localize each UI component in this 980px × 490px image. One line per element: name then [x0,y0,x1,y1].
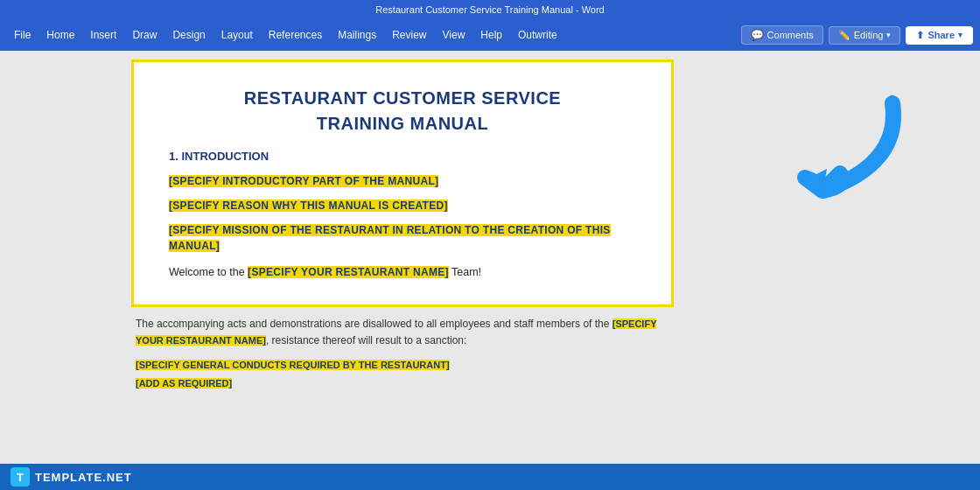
doc-title-line2: TRAINING MANUAL [169,114,636,134]
menu-help[interactable]: Help [473,25,509,45]
below-text-suffix: , resistance thereof will result to a sa… [266,334,466,346]
blue-arrow-icon [796,94,910,208]
below-paragraph: The accompanying acts and demonstrations… [136,316,669,349]
placeholder2-text: [SPECIFY REASON WHY THIS MANUAL IS CREAT… [169,200,448,212]
doc-title-line1: RESTAURANT CUSTOMER SERVICE [169,88,636,108]
placeholder3-text: [SPECIFY MISSION OF THE RESTAURANT IN RE… [169,224,611,252]
menu-home[interactable]: Home [39,25,81,45]
share-button[interactable]: ⬆ Share ▾ [906,26,973,45]
right-panel [805,51,980,490]
menu-layout[interactable]: Layout [214,25,260,45]
document-area: RESTAURANT CUSTOMER SERVICE TRAINING MAN… [0,51,805,490]
menu-mailings[interactable]: Mailings [331,25,383,45]
menu-bar: File Home Insert Draw Design Layout Refe… [0,19,980,51]
placeholder1-text: [SPECIFY INTRODUCTORY PART OF THE MANUAL… [169,175,438,187]
menu-review[interactable]: Review [385,25,433,45]
menu-insert[interactable]: Insert [83,25,123,45]
editing-button[interactable]: ✏️ Editing ▾ [829,26,901,45]
below-text-prefix: The accompanying acts and demonstrations… [136,318,609,330]
welcome-line: Welcome to the [SPECIFY YOUR RESTAURANT … [169,266,636,278]
pencil-icon: ✏️ [838,30,850,41]
welcome-suffix: Team! [449,266,481,278]
document-page: RESTAURANT CUSTOMER SERVICE TRAINING MAN… [131,60,674,307]
placeholder1-para: [SPECIFY INTRODUCTORY PART OF THE MANUAL… [169,173,636,189]
list-item2-text: [ADD AS REQUIRED] [136,378,232,388]
share-icon: ⬆ [916,30,924,41]
placeholder3-para: [SPECIFY MISSION OF THE RESTAURANT IN RE… [169,222,636,254]
chevron-down-icon: ▾ [886,31,891,39]
below-list-item-2: [ADD AS REQUIRED] [136,374,669,390]
toolbar-right: 💬 Comments ✏️ Editing ▾ ⬆ Share ▾ [741,25,973,45]
section1-heading: 1. INTRODUCTION [169,150,636,163]
menu-view[interactable]: View [436,25,472,45]
below-list-item-1: [SPECIFY GENERAL CONDUCTS REQUIRED BY TH… [136,356,669,372]
template-logo: T TEMPLATE.NET [10,467,132,486]
menu-design[interactable]: Design [165,25,212,45]
welcome-prefix: Welcome to the [169,266,248,278]
menu-draw[interactable]: Draw [125,25,164,45]
menu-outwrite[interactable]: Outwrite [511,25,564,45]
comments-icon: 💬 [751,29,764,41]
list-item1-text: [SPECIFY GENERAL CONDUCTS REQUIRED BY TH… [136,360,450,370]
menu-references[interactable]: References [262,25,329,45]
welcome-placeholder: [SPECIFY YOUR RESTAURANT NAME] [248,266,449,278]
title-bar-text: Restaurant Customer Service Training Man… [375,4,604,15]
logo-name: TEMPLATE.NET [35,471,132,484]
chevron-down-icon-share: ▾ [958,31,962,39]
logo-letter: T [17,471,24,484]
placeholder2-para: [SPECIFY REASON WHY THIS MANUAL IS CREAT… [169,198,636,214]
title-bar: Restaurant Customer Service Training Man… [0,0,980,19]
bottom-bar: T TEMPLATE.NET [0,464,980,490]
logo-icon: T [10,467,30,486]
comments-button[interactable]: 💬 Comments [741,25,823,45]
main-area: RESTAURANT CUSTOMER SERVICE TRAINING MAN… [0,51,980,490]
below-page-content: The accompanying acts and demonstrations… [131,316,674,390]
menu-file[interactable]: File [7,25,38,45]
